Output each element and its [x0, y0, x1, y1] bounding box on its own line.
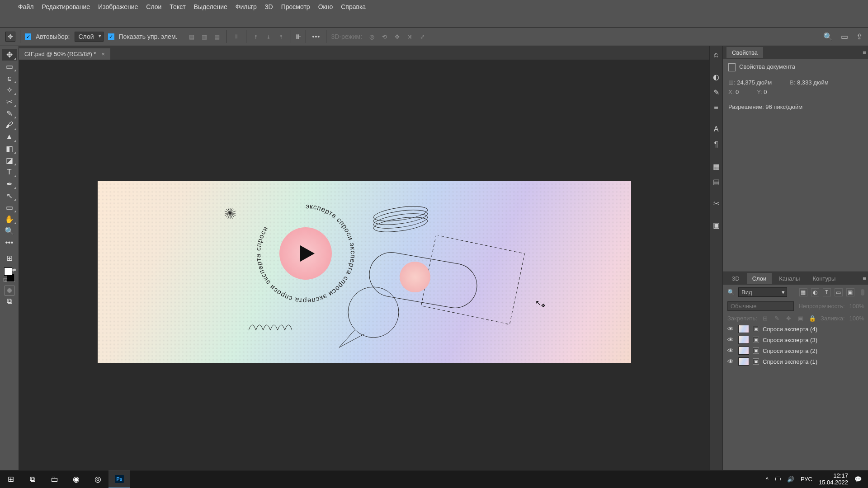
swap-colors-icon[interactable]: ⇄	[12, 267, 16, 272]
filter-adjust-icon[interactable]: ◐	[811, 288, 819, 296]
align-top-icon[interactable]: ⫯	[251, 32, 261, 42]
color-swatches[interactable]: ⇄ ◱	[2, 267, 17, 282]
align-right-icon[interactable]: ▤	[212, 32, 222, 42]
default-colors-icon[interactable]: ◱	[3, 277, 7, 282]
toolbar-extra-icon[interactable]: ⊞	[2, 252, 17, 264]
menu-select[interactable]: Выделение	[194, 3, 227, 10]
lock-pixels-icon[interactable]: ⊞	[762, 314, 769, 322]
blend-mode-select[interactable]: Обычные	[727, 301, 794, 311]
eraser-tool[interactable]: ◧	[2, 143, 17, 155]
filter-pixel-icon[interactable]: ▦	[799, 288, 807, 296]
marquee-tool[interactable]: ▭	[2, 61, 17, 72]
tray-volume-icon[interactable]: 🔊	[787, 476, 794, 483]
roll3d-icon[interactable]: ⟲	[379, 32, 389, 42]
quickmask-button[interactable]	[5, 286, 14, 296]
zoom-tool[interactable]: 🔍	[2, 225, 17, 237]
panel-menu-icon[interactable]: ≡	[863, 49, 866, 56]
layer-row[interactable]: 👁▣Спроси эксперта (1)	[723, 356, 868, 367]
layer-filter-select[interactable]: Вид	[738, 287, 787, 297]
styles-panel-icon[interactable]: ✎	[710, 86, 722, 99]
search-icon[interactable]: 🔍	[727, 289, 735, 296]
menu-view[interactable]: Просмотр	[281, 3, 310, 10]
autoselect-target-select[interactable]: Слой	[75, 32, 104, 42]
align-left-icon[interactable]: ▤	[187, 32, 197, 42]
actions-panel-icon[interactable]: ✂	[710, 197, 722, 210]
lock-artboard-icon[interactable]: ▣	[797, 314, 804, 322]
layer-thumb[interactable]	[738, 357, 749, 366]
visibility-icon[interactable]: 👁	[727, 325, 735, 333]
visibility-icon[interactable]: 👁	[727, 358, 735, 365]
screenmode-button[interactable]: ⧉	[2, 296, 17, 307]
hand-tool[interactable]: ✋	[2, 213, 17, 225]
tray-chevron-icon[interactable]: ^	[766, 476, 769, 483]
tray-clock[interactable]: 12:17 15.04.2022	[819, 473, 848, 486]
stamp-tool[interactable]: ▲	[2, 131, 17, 143]
libraries-panel-icon[interactable]: ≡	[710, 101, 722, 114]
move-tool-icon[interactable]: ✥	[5, 32, 15, 42]
workspace-icon[interactable]: ▭	[841, 32, 848, 42]
start-button[interactable]: ⊞	[0, 470, 22, 488]
layer-row[interactable]: 👁▣Спроси эксперта (3)	[723, 334, 868, 345]
menu-file[interactable]: Файл	[18, 3, 33, 10]
resolution-value[interactable]: Разрешение: 96 пикс/дюйм	[728, 103, 802, 110]
swatches-panel-icon[interactable]: ▦	[710, 160, 722, 173]
visibility-icon[interactable]: 👁	[727, 347, 735, 354]
photoshop-taskbar-icon[interactable]: Ps	[108, 470, 130, 488]
type-tool[interactable]: T	[2, 166, 17, 178]
lasso-tool[interactable]: ɕ	[2, 72, 17, 84]
layer-name[interactable]: Спроси эксперта (1)	[763, 358, 817, 365]
adjustments-panel-icon[interactable]: ◐	[710, 70, 722, 83]
canvas-wrap[interactable]: эксперта спроси эксперта спроси эксперта…	[19, 60, 709, 484]
menu-help[interactable]: Справка	[341, 3, 366, 10]
document-tab[interactable]: GIF.psd @ 50% (RGB/8#) * ×	[19, 48, 110, 60]
eyedropper-tool[interactable]: ✎	[2, 108, 17, 119]
visibility-icon[interactable]: 👁	[727, 336, 735, 343]
character-panel-icon[interactable]: A	[710, 123, 722, 136]
slide3d-icon[interactable]: ⤨	[405, 32, 415, 42]
history-panel-icon[interactable]: ⎌	[710, 49, 722, 61]
options-more-button[interactable]: •••	[311, 33, 321, 40]
opacity-value[interactable]: 100%	[849, 303, 864, 310]
showcontrols-checkbox[interactable]: ✓	[108, 33, 114, 40]
tray-lang[interactable]: РУС	[801, 476, 812, 483]
obs-taskbar-icon[interactable]: ◎	[87, 470, 108, 488]
tab-layers[interactable]: Слои	[747, 273, 772, 284]
layer-thumb[interactable]	[738, 325, 749, 333]
foreground-color[interactable]	[4, 267, 12, 276]
layer-name[interactable]: Спроси эксперта (3)	[763, 337, 817, 343]
tab-paths[interactable]: Контуры	[807, 273, 841, 284]
share-icon[interactable]: ⇪	[856, 32, 863, 42]
tab-channels[interactable]: Каналы	[774, 273, 805, 284]
align-hcenter-icon[interactable]: ▥	[199, 32, 209, 42]
orbit3d-icon[interactable]: ◎	[367, 32, 377, 42]
layer-name[interactable]: Спроси эксперта (2)	[763, 347, 817, 354]
explorer-taskbar-icon[interactable]: 🗀	[43, 470, 65, 488]
canvas[interactable]: эксперта спроси эксперта спроси эксперта…	[98, 181, 631, 363]
align-bottom-icon[interactable]: ⫯	[276, 32, 286, 42]
search-icon[interactable]: 🔍	[823, 32, 833, 42]
filter-type-icon[interactable]: T	[823, 288, 831, 296]
lock-position-icon[interactable]: ✎	[774, 314, 781, 322]
move-tool[interactable]: ✥	[2, 49, 17, 61]
tab-properties[interactable]: Свойства	[726, 47, 763, 58]
taskview-button[interactable]: ⧉	[22, 470, 43, 488]
filter-shape-icon[interactable]: ▭	[835, 288, 843, 296]
filter-toggle[interactable]	[861, 289, 864, 296]
edit-toolbar-button[interactable]: •••	[2, 237, 17, 249]
pan3d-icon[interactable]: ✥	[392, 32, 402, 42]
height-value[interactable]: 8,333 дюйм	[797, 79, 829, 86]
shape-tool[interactable]: ▭	[2, 202, 17, 213]
autoselect-checkbox[interactable]: ✓	[25, 33, 31, 40]
color-panel-icon[interactable]: ▤	[710, 175, 722, 188]
layer-thumb[interactable]	[738, 336, 749, 344]
filter-smart-icon[interactable]: ▣	[846, 288, 854, 296]
wand-tool[interactable]: ✧	[2, 84, 17, 96]
paragraph-panel-icon[interactable]: ¶	[710, 138, 722, 151]
tray-monitor-icon[interactable]: 🖵	[775, 476, 781, 483]
menu-layer[interactable]: Слои	[146, 3, 161, 10]
tray-notifications-icon[interactable]: 💬	[854, 476, 862, 483]
pen-tool[interactable]: ✒	[2, 178, 17, 190]
y-value[interactable]: 0	[764, 89, 767, 95]
fill-value[interactable]: 100%	[849, 315, 864, 322]
layer-name[interactable]: Спроси эксперта (4)	[763, 326, 817, 333]
